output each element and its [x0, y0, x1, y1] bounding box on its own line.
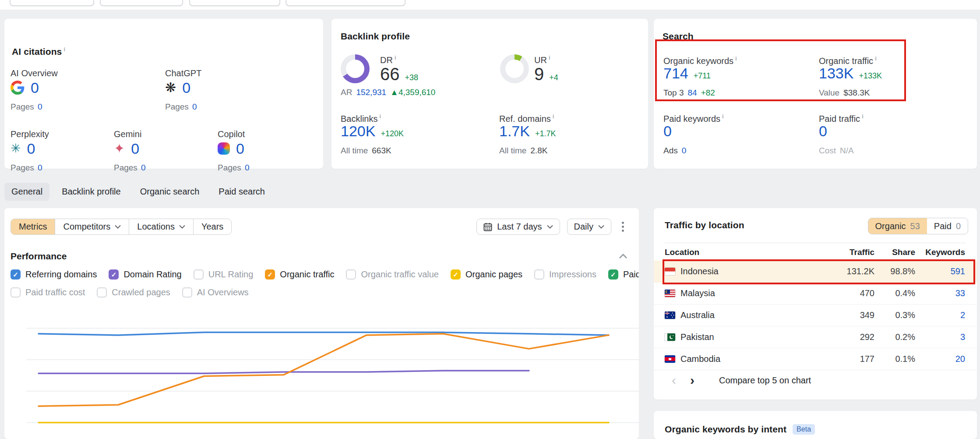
pager-prev-icon[interactable]: ‹ [665, 373, 683, 388]
organic-count: 53 [910, 221, 920, 231]
metric-checkbox-paid-traffic[interactable]: ✓Paid traffic [608, 269, 639, 280]
collapse-section-button[interactable] [619, 253, 627, 261]
metric-checkbox-organic-traffic[interactable]: ✓Organic traffic [265, 269, 334, 280]
info-icon[interactable]: i [549, 54, 550, 61]
location-keywords-link[interactable]: 20 [955, 354, 965, 364]
compare-top5-link[interactable]: Compare top 5 on chart [719, 375, 811, 386]
location-keywords-link[interactable]: 3 [960, 332, 965, 342]
segment-locations[interactable]: Locations [129, 219, 193, 234]
checkbox-unchecked-icon [534, 269, 544, 280]
traffic-by-location-panel: Traffic by location Organic53 Paid0 Loca… [654, 208, 977, 400]
organic-keywords-delta: +711 [694, 71, 711, 81]
ref-domains-value[interactable]: 1.7K [499, 123, 530, 140]
metric-checkbox-row-1: ✓Referring domains✓Domain RatingURL Rati… [11, 269, 639, 280]
pages-label: Pages [114, 163, 137, 172]
location-name: Indonesia [680, 266, 719, 276]
metric-checkbox-ai-overviews[interactable]: AI Overviews [182, 287, 249, 297]
top3-value-link[interactable]: 84 [687, 88, 697, 97]
metric-checkbox-impressions[interactable]: Impressions [534, 269, 596, 280]
date-range-button[interactable]: Last 7 days [476, 219, 560, 235]
ai-card-value: 0 [27, 140, 35, 157]
location-row-malaysia: Malaysia4700.4%33 [654, 283, 977, 304]
backlinks-metric: Backlinksi 120K+120K All time663K [341, 113, 381, 124]
column-keywords[interactable]: Keywords [925, 248, 965, 257]
tab-paid-search[interactable]: Paid search [212, 183, 272, 201]
info-icon[interactable]: i [862, 113, 864, 120]
segment-years[interactable]: Years [193, 219, 231, 234]
segment-competitors[interactable]: Competitors [55, 219, 129, 234]
location-keywords-link[interactable]: 591 [951, 266, 965, 276]
all-time-value: 663K [372, 146, 391, 155]
metric-checkbox-organic-pages[interactable]: ✓Organic pages [451, 269, 522, 280]
paid-keywords-value[interactable]: 0 [663, 123, 672, 140]
location-share: 0.2% [895, 332, 915, 342]
performance-chart[interactable] [26, 302, 639, 439]
toolbar-input-2[interactable] [100, 0, 183, 6]
metric-checkbox-domain-rating[interactable]: ✓Domain Rating [109, 269, 181, 280]
keywords-by-intent-title: Organic keywords by intent [665, 424, 786, 435]
column-share[interactable]: Share [892, 248, 915, 257]
pages-value-link[interactable]: 0 [245, 163, 250, 172]
metric-checkbox-organic-traffic-value[interactable]: Organic traffic value [346, 269, 439, 280]
info-icon[interactable]: i [395, 54, 396, 61]
ads-value-link[interactable]: 0 [682, 146, 687, 155]
pages-label: Pages [11, 163, 34, 172]
location-share: 98.8% [890, 266, 915, 276]
location-keywords-link[interactable]: 2 [960, 310, 965, 320]
location-name: Pakistan [680, 332, 714, 342]
ai-card-value: 0 [236, 140, 244, 157]
tab-general[interactable]: General [4, 183, 49, 201]
cambodia-flag-icon [665, 355, 675, 363]
organic-keywords-value[interactable]: 714 [663, 65, 688, 82]
top3-label: Top 3 [663, 88, 684, 97]
organic-traffic-value[interactable]: 133K [819, 65, 853, 82]
column-location[interactable]: Location [665, 248, 699, 257]
ai-card-copilot: Copilot 0 Pages0 [218, 129, 245, 139]
cost-value: N/A [840, 146, 854, 155]
pages-value-link[interactable]: 0 [38, 102, 42, 111]
pager-next-icon[interactable]: › [683, 373, 702, 388]
checkbox-unchecked-icon [194, 269, 204, 280]
ai-card-label: Gemini [114, 129, 141, 139]
tab-backlink-profile[interactable]: Backlink profile [55, 183, 128, 201]
toolbar-input-4[interactable] [286, 0, 405, 6]
ar-value-link[interactable]: 152,931 [356, 88, 386, 97]
metric-checkbox-url-rating[interactable]: URL Rating [194, 269, 254, 280]
performance-title: Performance [11, 251, 67, 262]
toolbar-input-1[interactable] [10, 0, 94, 6]
checkbox-unchecked-icon [346, 269, 356, 280]
paid-traffic-label: Paid traffic [819, 114, 860, 124]
pages-value-link[interactable]: 0 [38, 163, 42, 172]
value-amount: $38.3K [843, 88, 870, 97]
info-icon[interactable]: i [735, 55, 737, 62]
kebab-menu-icon[interactable] [618, 219, 627, 234]
pages-value-link[interactable]: 0 [192, 102, 197, 111]
metric-checkbox-paid-traffic-cost[interactable]: Paid traffic cost [11, 287, 85, 297]
pages-value-link[interactable]: 0 [141, 163, 146, 172]
metric-checkbox-referring-domains[interactable]: ✓Referring domains [11, 269, 97, 280]
info-icon[interactable]: i [553, 113, 554, 120]
top3-delta: +82 [701, 88, 715, 97]
toggle-organic[interactable]: Organic53 [868, 218, 927, 234]
ref-domains-label: Ref. domains [499, 114, 551, 124]
info-icon[interactable]: i [722, 113, 724, 120]
metric-checkbox-crawled-pages[interactable]: Crawled pages [97, 287, 170, 297]
backlinks-value[interactable]: 120K [341, 123, 375, 140]
backlinks-delta: +120K [381, 129, 404, 138]
info-icon[interactable]: i [875, 55, 877, 62]
granularity-button[interactable]: Daily [567, 219, 611, 235]
segment-metrics[interactable]: Metrics [11, 219, 55, 234]
tab-organic-search[interactable]: Organic search [133, 183, 207, 201]
info-icon[interactable]: i [63, 46, 65, 53]
chevron-down-icon [547, 225, 553, 229]
date-range-label: Last 7 days [497, 222, 542, 232]
location-name: Cambodia [680, 354, 720, 364]
paid-traffic-metric: Paid traffici 0 CostN/A [819, 113, 864, 124]
column-traffic[interactable]: Traffic [850, 248, 874, 257]
toolbar-input-3[interactable] [189, 0, 280, 6]
info-icon[interactable]: i [379, 113, 381, 120]
location-row-australia: Australia3490.3%2 [654, 304, 977, 326]
paid-traffic-value[interactable]: 0 [819, 123, 827, 140]
toggle-paid[interactable]: Paid0 [927, 218, 968, 234]
location-keywords-link[interactable]: 33 [955, 288, 965, 298]
